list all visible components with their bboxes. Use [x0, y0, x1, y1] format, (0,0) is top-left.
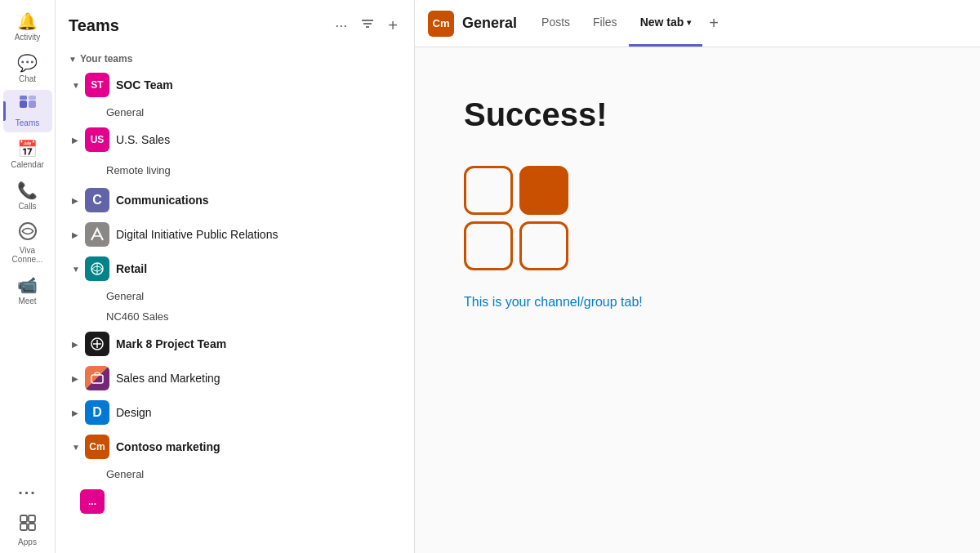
- digital-initiative-avatar: [85, 222, 109, 247]
- sidebar-item-apps-label: Apps: [18, 537, 37, 546]
- us-sales-chevron: ▶: [72, 136, 80, 145]
- your-teams-section[interactable]: ▼ Your teams: [56, 47, 414, 68]
- sidebar-item-chat-label: Chat: [19, 74, 36, 83]
- grid-cell-2: [464, 221, 513, 270]
- tab-new-tab-chevron: ▾: [687, 18, 691, 27]
- team-item-soc-team[interactable]: ▼ ST SOC Team ···: [62, 68, 408, 102]
- tab-nav: Posts Files New tab ▾ +: [530, 0, 725, 47]
- success-title: Success!: [464, 96, 608, 133]
- channel-item-soc-general[interactable]: General: [62, 102, 408, 123]
- section-chevron: ▼: [69, 55, 77, 64]
- channel-item-retail-general[interactable]: General: [62, 286, 408, 306]
- teams-panel-title: Teams: [69, 16, 332, 35]
- more-icon: ···: [18, 484, 37, 502]
- us-sales-name: U.S. Sales: [116, 133, 377, 146]
- sidebar-item-calls[interactable]: 📞 Calls: [3, 176, 52, 216]
- calls-icon: 📞: [17, 181, 38, 200]
- sidebar-item-teams[interactable]: Teams: [3, 90, 52, 132]
- teams-panel: Teams ··· + ▼ Your teams ▼ ST SOC Team ·…: [56, 0, 415, 553]
- teams-list: ▼ Your teams ▼ ST SOC Team ··· General ▶…: [56, 47, 414, 553]
- teams-filter-button[interactable]: [357, 13, 378, 38]
- sidebar-nav: 🔔 Activity 💬 Chat Teams 📅 Calendar 📞 Cal…: [0, 0, 56, 553]
- soc-team-chevron: ▼: [72, 81, 80, 90]
- activity-icon: 🔔: [17, 11, 38, 31]
- svg-rect-0: [20, 100, 27, 108]
- mark8-name: Mark 8 Project Team: [116, 337, 377, 350]
- teams-icon: [19, 95, 37, 117]
- tab-new-tab-label: New tab: [640, 16, 684, 29]
- svg-rect-8: [29, 524, 35, 530]
- svg-rect-5: [20, 515, 27, 522]
- mark8-avatar: [85, 332, 109, 356]
- communications-avatar: C: [85, 188, 109, 212]
- retail-general-channel-name: General: [106, 290, 398, 302]
- grid-cell-3: [519, 221, 568, 270]
- svg-rect-1: [29, 100, 36, 108]
- apps-icon: [19, 514, 37, 536]
- design-avatar: D: [85, 400, 109, 425]
- sales-marketing-avatar: [85, 366, 109, 390]
- grid-cell-1: [519, 166, 568, 215]
- team-item-communications[interactable]: ▶ C Communications ···: [62, 183, 408, 217]
- sidebar-item-meet[interactable]: 📹 Meet: [3, 270, 52, 310]
- add-tab-button[interactable]: +: [702, 0, 725, 47]
- design-name: Design: [116, 406, 377, 419]
- channel-item-contoso-general[interactable]: General: [62, 464, 408, 484]
- sidebar-item-activity-label: Activity: [15, 33, 41, 42]
- teams-header: Teams ··· +: [56, 0, 414, 47]
- tab-posts[interactable]: Posts: [530, 0, 581, 47]
- retail-chevron: ▼: [72, 265, 80, 274]
- soc-general-channel-name: General: [106, 106, 398, 118]
- content-area: Success! This is your channel/group tab!: [415, 47, 980, 553]
- active-indicator: [3, 101, 6, 121]
- sidebar-item-chat[interactable]: 💬 Chat: [3, 48, 52, 88]
- team-item-retail[interactable]: ▼ Retail ···: [62, 252, 408, 286]
- channel-item-nc460-sales[interactable]: NC460 Sales: [62, 306, 408, 327]
- channel-icon: Cm: [428, 11, 454, 37]
- tab-new-tab[interactable]: New tab ▾: [629, 0, 703, 47]
- channel-item-remote-living[interactable]: Remote living ···: [62, 157, 408, 183]
- team-item-digital-initiative[interactable]: ▶ Digital Initiative Public Relations ··…: [62, 217, 408, 252]
- teams-header-actions: ··· +: [332, 13, 401, 38]
- mark8-chevron: ▶: [72, 340, 80, 349]
- your-teams-label: Your teams: [80, 53, 132, 65]
- sidebar-item-calls-label: Calls: [18, 202, 36, 211]
- main-area: Cm General Posts Files New tab ▾ + Succe…: [415, 0, 980, 553]
- team-item-us-sales[interactable]: ▶ US U.S. Sales ···: [62, 123, 408, 157]
- design-chevron: ▶: [72, 408, 80, 417]
- soc-team-name: SOC Team: [116, 78, 377, 91]
- sidebar-item-meet-label: Meet: [18, 297, 36, 305]
- sidebar-item-activity[interactable]: 🔔 Activity: [3, 7, 52, 47]
- channel-icon-initials: Cm: [433, 17, 450, 29]
- tab-files-label: Files: [593, 16, 617, 29]
- contoso-marketing-name: Contoso marketing: [116, 440, 377, 453]
- sidebar-item-more[interactable]: ···: [3, 479, 52, 507]
- more-team-avatar: ...: [80, 489, 105, 514]
- sidebar-item-apps[interactable]: Apps: [3, 509, 52, 551]
- teams-more-button[interactable]: ···: [332, 13, 350, 38]
- svg-rect-2: [20, 96, 27, 100]
- team-item-contoso-marketing[interactable]: ▼ Cm Contoso marketing ···: [62, 430, 408, 464]
- sidebar-item-viva[interactable]: Viva Conne...: [3, 217, 52, 269]
- svg-rect-7: [20, 524, 27, 530]
- contoso-marketing-chevron: ▼: [72, 443, 80, 452]
- team-item-more[interactable]: ...: [62, 484, 408, 524]
- team-item-mark8[interactable]: ▶ Mark 8 Project Team ···: [62, 327, 408, 361]
- team-item-design[interactable]: ▶ D Design ···: [62, 395, 408, 430]
- svg-rect-18: [91, 375, 103, 383]
- success-subtitle: This is your channel/group tab!: [464, 295, 643, 310]
- viva-icon: [19, 222, 37, 244]
- main-header: Cm General Posts Files New tab ▾ +: [415, 0, 980, 47]
- team-item-sales-marketing[interactable]: ▶ Sales and Marketing ···: [62, 361, 408, 395]
- tab-files[interactable]: Files: [581, 0, 629, 47]
- svg-rect-3: [29, 96, 36, 100]
- contoso-marketing-avatar: Cm: [85, 435, 109, 459]
- sidebar-item-calendar[interactable]: 📅 Calendar: [3, 134, 52, 174]
- teams-add-button[interactable]: +: [385, 13, 401, 38]
- channel-title: General: [462, 15, 517, 32]
- communications-chevron: ▶: [72, 196, 80, 205]
- retail-name: Retail: [116, 262, 377, 275]
- sidebar-item-calendar-label: Calendar: [11, 160, 44, 169]
- app-icon-grid: [464, 166, 568, 270]
- sidebar-item-teams-label: Teams: [16, 118, 39, 127]
